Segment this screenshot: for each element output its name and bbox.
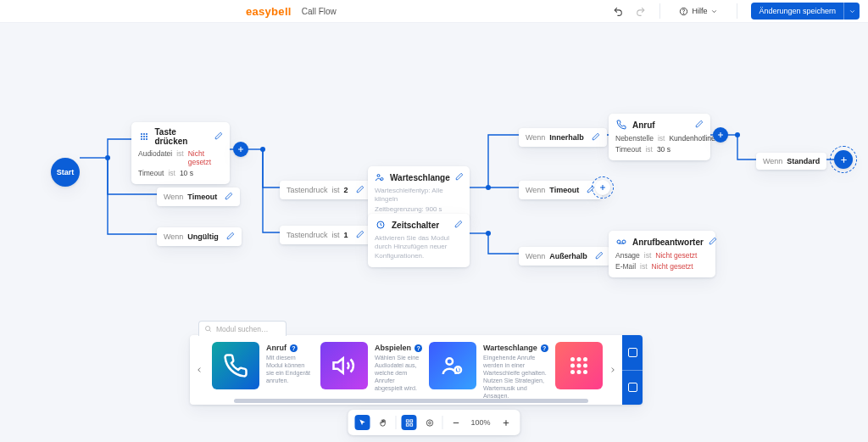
node-zeitschalter[interactable]: Zeitschalter Aktivieren Sie das Modul du… xyxy=(368,214,470,267)
module-tile-desc: Eingehende Anrufe werden in einer Wartes… xyxy=(483,354,548,400)
edit-button[interactable] xyxy=(356,185,364,195)
field-label: E-Mail xyxy=(615,262,636,271)
svg-point-14 xyxy=(617,240,620,243)
edit-button[interactable] xyxy=(225,192,233,202)
module-tile[interactable]: Abspielen?Wählen Sie eine Audiodatei aus… xyxy=(320,342,422,391)
module-next[interactable] xyxy=(604,335,622,405)
svg-rect-28 xyxy=(406,419,409,422)
info-badge[interactable]: ? xyxy=(290,344,298,352)
pill-wenn-ausserhalb[interactable]: Wenn Außerhalb xyxy=(519,247,610,266)
search-icon xyxy=(204,325,212,333)
undo-button[interactable] xyxy=(612,5,624,17)
svg-point-10 xyxy=(146,138,147,140)
module-tile[interactable]: Taste drücken?Der Anrufer kann zwischen … xyxy=(555,342,604,391)
start-node[interactable]: Start xyxy=(51,158,80,187)
node-taste-druecken[interactable]: Taste drücken AudiodateiistNicht gesetzt… xyxy=(131,122,230,184)
module-tile-icon xyxy=(429,342,476,389)
pan-tool[interactable] xyxy=(375,415,390,430)
chevron-left-icon xyxy=(195,366,203,374)
node-anrufbeantworter[interactable]: Anrufbeantworter AnsageistNicht gesetzt … xyxy=(609,231,715,277)
svg-point-2 xyxy=(141,133,142,135)
node-title: Taste drücken xyxy=(154,127,209,146)
field-label: Audiodatei xyxy=(138,149,172,166)
info-badge[interactable]: ? xyxy=(415,344,422,352)
node-anruf[interactable]: Anruf NebenstelleistKundenhotline Timeou… xyxy=(609,114,710,160)
chevron-down-icon xyxy=(710,8,718,15)
help-menu[interactable]: Hilfe xyxy=(674,7,723,16)
zoom-in-button[interactable] xyxy=(498,415,514,430)
center-tool[interactable] xyxy=(421,415,437,430)
svg-point-33 xyxy=(428,422,431,424)
edit-button[interactable] xyxy=(226,232,235,242)
node-title: Warteschlange xyxy=(390,173,450,182)
node-title: Anrufbeantworter xyxy=(632,238,704,247)
svg-point-9 xyxy=(143,138,145,140)
node-detail: Warteschleifentyp: Alle klingeln xyxy=(375,187,463,204)
edit-button[interactable] xyxy=(214,131,223,142)
svg-rect-31 xyxy=(409,423,412,426)
node-title: Anruf xyxy=(632,120,655,130)
info-badge[interactable]: ? xyxy=(541,344,548,352)
svg-point-26 xyxy=(576,370,581,374)
pill-wenn-timeout[interactable]: Wenn Timeout xyxy=(157,187,240,206)
add-button[interactable] xyxy=(713,127,728,143)
pill-wenn-innerhalb[interactable]: Wenn Innerhalb xyxy=(519,128,607,147)
pill-label: Innerhalb xyxy=(549,133,584,142)
layout-option-2[interactable] xyxy=(622,370,643,406)
add-button[interactable] xyxy=(233,142,248,157)
save-button[interactable]: Änderungen speichern xyxy=(751,3,860,20)
edit-button[interactable] xyxy=(595,251,604,261)
pill-tastendruck-2[interactable]: Tastendruck ist 2 xyxy=(280,181,371,199)
pill-prefix: Wenn xyxy=(763,157,782,165)
field-ist: ist xyxy=(658,134,665,143)
clock-icon xyxy=(375,219,387,231)
pill-tastendruck-1[interactable]: Tastendruck ist 1 xyxy=(280,226,371,244)
grid-icon xyxy=(138,131,149,143)
module-tile[interactable]: Warteschlange?Eingehende Anrufe werden i… xyxy=(429,342,548,391)
module-list[interactable]: Anruf?Mit diesem Modul können sie ein En… xyxy=(209,335,604,405)
cursor-tool[interactable] xyxy=(354,415,370,430)
edit-button[interactable] xyxy=(455,172,464,182)
edit-button[interactable] xyxy=(592,132,600,143)
module-tile-icon xyxy=(320,342,368,389)
fit-tool[interactable] xyxy=(401,415,416,430)
node-warteschlange[interactable]: Warteschlange Warteschleifentyp: Alle kl… xyxy=(368,166,470,221)
pill-label: Timeout xyxy=(549,186,579,194)
module-panel-mode xyxy=(622,335,643,405)
module-prev[interactable] xyxy=(190,335,209,405)
add-button-final[interactable] xyxy=(834,150,853,169)
edit-button[interactable] xyxy=(356,230,364,240)
edit-button[interactable] xyxy=(454,220,463,230)
module-tile-icon xyxy=(555,342,603,389)
pill-ist: ist xyxy=(332,231,340,239)
pill-wenn-standard[interactable]: Wenn Standard xyxy=(756,153,826,170)
svg-point-1 xyxy=(684,13,685,14)
svg-point-15 xyxy=(622,240,626,243)
junction-dot xyxy=(105,155,110,160)
pill-prefix: Wenn xyxy=(526,133,545,142)
redo-button[interactable] xyxy=(634,5,646,17)
layout-option-1[interactable] xyxy=(622,335,643,370)
flow-canvas[interactable]: Start Taste drücken AudiodateiistNicht g… xyxy=(0,22,868,442)
save-caret[interactable] xyxy=(843,3,860,20)
plus-icon xyxy=(501,418,510,428)
zoom-out-button[interactable] xyxy=(448,415,463,430)
pill-wenn-ungueltig[interactable]: Wenn Ungültig xyxy=(157,227,242,246)
app-header: easybell Call Flow Hilfe Änderungen spei… xyxy=(0,0,868,23)
junction-dot xyxy=(260,147,265,152)
add-button-dashed[interactable] xyxy=(595,180,610,195)
module-tile-icon xyxy=(212,342,259,389)
pill-wenn-timeout-2[interactable]: Wenn Timeout xyxy=(519,181,602,199)
edit-button[interactable] xyxy=(695,120,704,130)
field-ist: ist xyxy=(640,262,648,271)
module-tile[interactable]: Anruf?Mit diesem Modul können sie ein En… xyxy=(212,342,314,391)
junction-dot xyxy=(735,132,740,137)
field-value: 30 s xyxy=(657,145,670,154)
zoom-toolbar: 100% xyxy=(348,410,520,435)
chevron-down-icon xyxy=(849,8,856,15)
plus-icon xyxy=(839,155,849,165)
module-search[interactable]: Modul suchen… xyxy=(198,321,287,336)
svg-rect-29 xyxy=(409,419,412,422)
edit-button[interactable] xyxy=(709,237,717,247)
field-label: Ansage xyxy=(615,251,640,260)
